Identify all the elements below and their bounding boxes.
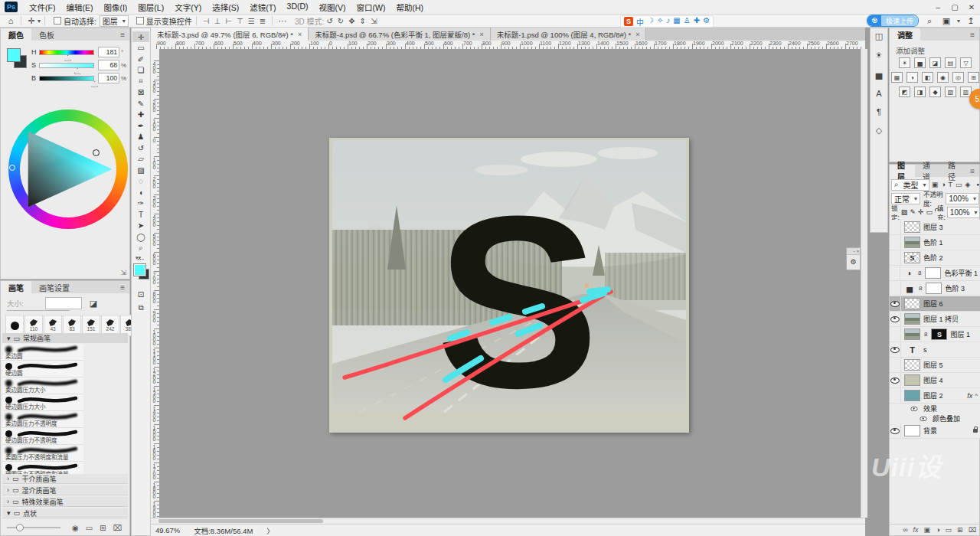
zoom-tool[interactable]: ⌕ [132, 243, 149, 253]
layer-row-13[interactable]: 颜色叠加 [890, 413, 980, 423]
mini-panel-icon[interactable]: ⚙ [847, 255, 860, 269]
opacity-dropdown[interactable]: 100%▾ [946, 193, 979, 204]
panel-resize-icon[interactable]: ⇲ [120, 269, 126, 276]
menu-item-9[interactable]: 窗口(W) [351, 0, 391, 15]
invert-adjustment-icon[interactable]: ◩ [899, 87, 910, 97]
curves-adjustment-icon[interactable]: ◪ [929, 57, 941, 68]
clone-stamp-tool[interactable]: ♟ [132, 132, 149, 142]
ime-icon-6[interactable]: ✚ [694, 16, 700, 28]
mode3d-icon-2[interactable]: ✥ [348, 17, 354, 25]
menu-item-7[interactable]: 3D(D) [282, 0, 314, 15]
filter-icon-2[interactable]: T [949, 181, 953, 188]
eye-icon[interactable] [920, 417, 927, 421]
align-icon-2[interactable]: ⊢ [225, 17, 232, 25]
path-selection-tool[interactable]: ➤ [132, 221, 149, 231]
foreground-swatch[interactable] [134, 264, 145, 276]
filter-icon-3[interactable]: ▭ [956, 181, 962, 188]
hue-saturation-adjustment-icon[interactable]: ▦ [891, 72, 903, 83]
layer-mask-thumbnail[interactable] [925, 267, 941, 279]
brush-preview-toggle-icon[interactable]: ◉ [72, 524, 79, 532]
tab-adjustments[interactable]: 调整 [890, 28, 920, 41]
screen-mode-icon[interactable]: ⧉ [132, 302, 149, 313]
new-layer-icon[interactable]: ⊞ [957, 526, 963, 534]
delete-brush-icon[interactable]: ⌧ [113, 524, 122, 532]
status-chevron[interactable]: 〉 [266, 525, 274, 536]
brush-item[interactable]: 硬边圆压力不透明度 [2, 428, 83, 445]
color-balance-adjustment-icon[interactable]: ◑ [906, 72, 918, 83]
shape-tool[interactable]: ◯ [132, 231, 149, 242]
eraser-tool[interactable]: ▱ [132, 154, 149, 165]
layer-mask-thumbnail[interactable]: S [931, 328, 947, 340]
frame-tool[interactable]: ⊠ [132, 87, 149, 98]
menu-item-4[interactable]: 文字(Y) [169, 0, 207, 15]
layer-mask-thumbnail[interactable] [926, 283, 942, 294]
layer-row-12[interactable]: 效果 [890, 404, 980, 413]
ime-icon-5[interactable]: ♙ [684, 16, 691, 28]
layer-row-8[interactable]: Ts [890, 342, 980, 358]
zoom-level[interactable]: 49.67% [155, 526, 180, 534]
layer-row-3[interactable]: ◑8色彩平衡 1 [890, 266, 980, 281]
brush-flip-icon[interactable]: ◪ [90, 299, 97, 309]
workspace-caret-icon[interactable]: ▾ [957, 18, 960, 25]
threshold-adjustment-icon[interactable]: ◆ [929, 87, 941, 97]
link-layers-icon[interactable]: ∞ [903, 526, 907, 534]
layer-row-5[interactable]: 图层 6 [890, 296, 980, 312]
align-icon-1[interactable]: ⊥ [214, 17, 221, 25]
filter-icon-1[interactable]: ◑ [941, 181, 945, 188]
document-tab-0[interactable]: 未标题-3.psd @ 49.7% (图层 6, RGB/8#) *× [151, 28, 309, 41]
align-icon-5[interactable]: ≣ [260, 17, 266, 25]
letter-s-layer[interactable]: S [436, 165, 599, 433]
quick-mask-icon[interactable]: ⊡ [132, 289, 149, 299]
lasso-tool[interactable]: ✐ [132, 54, 149, 64]
panel-menu-icon[interactable]: ≡ [965, 165, 979, 177]
visibility-toggle[interactable] [890, 235, 901, 250]
menu-item-0[interactable]: 文件(F) [24, 0, 60, 15]
layer-thumbnail[interactable] [904, 313, 920, 325]
gradient-map-adjustment-icon[interactable]: ▧ [945, 87, 956, 97]
visibility-toggle[interactable] [890, 388, 901, 403]
tab-close-icon[interactable]: × [635, 31, 639, 38]
channel-mixer-adjustment-icon[interactable]: ◎ [952, 72, 964, 83]
layer-thumbnail[interactable] [904, 328, 920, 340]
align-icon-4[interactable]: ☰ [248, 17, 255, 25]
visibility-toggle[interactable] [890, 373, 901, 387]
layer-thumbnail[interactable]: T [904, 344, 920, 355]
crop-tool[interactable]: ⌗ [132, 76, 149, 87]
ime-icon-0[interactable]: 中 [636, 16, 644, 28]
brush-tool[interactable]: ✒ [132, 120, 149, 131]
visibility-toggle[interactable] [890, 342, 901, 357]
show-transform-checkbox[interactable] [136, 17, 144, 25]
layer-row-7[interactable]: 8S图层 1 [890, 327, 980, 342]
slider-thumb[interactable] [91, 81, 98, 87]
tool-preset-caret-icon[interactable]: ▾ [38, 18, 41, 25]
3d-panel-icon[interactable]: ◇ [876, 126, 882, 136]
vibrance-adjustment-icon[interactable]: ▽ [960, 57, 972, 68]
ime-icon-7[interactable]: ⚙ [703, 16, 710, 28]
layer-row-1[interactable]: 色阶 1 [890, 235, 980, 250]
tab-brushes[interactable]: 画笔 [1, 281, 31, 293]
exposure-adjustment-icon[interactable]: ▤ [945, 57, 956, 68]
new-brush-icon[interactable]: ⊞ [100, 524, 106, 532]
document-tab-1[interactable]: 未标题-4.psd @ 66.7% (色彩平衡 1, 图层蒙版/8) *× [309, 28, 490, 41]
mode3d-icon-3[interactable]: ⇕ [360, 17, 366, 25]
layer-row-2[interactable]: S色阶 2 [890, 250, 980, 266]
visibility-toggle[interactable] [890, 220, 901, 234]
menu-item-5[interactable]: 选择(S) [207, 0, 244, 15]
tab-layers[interactable]: 图层 [890, 165, 915, 177]
slider-track[interactable] [39, 50, 94, 55]
brush-item[interactable]: 柔边圆 [2, 344, 83, 361]
tab-close-icon[interactable]: × [480, 31, 484, 38]
mini-close-icon[interactable]: × [857, 249, 859, 253]
object-selection-tool[interactable]: ❏ [132, 65, 149, 76]
auto-select-dropdown[interactable]: 图层▾ [100, 15, 129, 27]
slider-track[interactable] [39, 76, 94, 81]
new-group-icon[interactable]: ▭ [946, 526, 952, 534]
brush-folder-0[interactable]: ›▭干介质画笔 [2, 474, 128, 484]
layer-row-14[interactable]: 背景 [890, 423, 980, 439]
mode3d-icon-4[interactable]: ⇲ [371, 17, 377, 25]
visibility-toggle[interactable] [890, 266, 900, 280]
move-tool-icon[interactable]: ✛ [25, 15, 38, 26]
layer-style-icon[interactable]: fx [913, 526, 919, 534]
brush-stroke-slider[interactable] [7, 527, 60, 528]
black-white-adjustment-icon[interactable]: ◧ [922, 72, 933, 83]
